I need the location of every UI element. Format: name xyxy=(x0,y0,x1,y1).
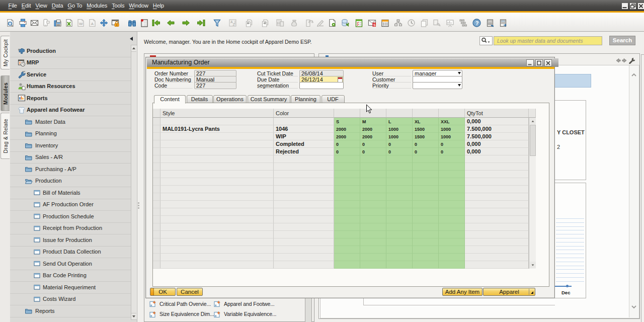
cell-r2-c5[interactable]: 1000 xyxy=(386,125,413,133)
sidebar-item-reports[interactable]: Reports xyxy=(10,92,131,105)
search-type-button[interactable] xyxy=(479,36,493,45)
calculator-icon[interactable] xyxy=(486,19,495,28)
scrollbar-thumb[interactable] xyxy=(131,51,136,313)
next-record-icon[interactable] xyxy=(182,19,191,28)
tab-content[interactable]: Content xyxy=(154,95,186,104)
apparel-button[interactable]: Apparel xyxy=(483,288,535,296)
table-cell[interactable] xyxy=(153,118,160,125)
last-record-icon[interactable] xyxy=(197,19,206,28)
cell-r1-c8[interactable]: 0,000 xyxy=(465,118,529,125)
sidebar-item-reports[interactable]: Reports xyxy=(10,305,131,317)
menu-window[interactable]: Window xyxy=(127,0,151,11)
menu-modules[interactable]: Modules xyxy=(85,0,110,11)
table-cell[interactable] xyxy=(153,133,160,140)
cell-r3-c3[interactable]: 2000 xyxy=(334,133,360,140)
ok-button[interactable]: OK xyxy=(150,288,176,296)
cell-r1-c3[interactable]: S xyxy=(334,118,360,125)
cell-r4-c5[interactable]: 0 xyxy=(386,140,413,148)
filter-icon[interactable] xyxy=(213,19,222,28)
table-cell[interactable] xyxy=(160,118,274,125)
menu-help[interactable]: Help xyxy=(150,0,166,11)
tab-cost-summary[interactable]: Cost Summary xyxy=(248,95,290,103)
sidebar-item-production-schedule[interactable]: Production Schedule xyxy=(10,210,131,223)
calculator-export-icon[interactable] xyxy=(499,19,508,28)
tab-details[interactable]: Details xyxy=(187,95,213,103)
cell-r4-c6[interactable]: 0 xyxy=(413,140,439,148)
table-cell[interactable] xyxy=(160,133,274,140)
cell-r1-c4[interactable]: M xyxy=(360,118,386,125)
sap-mail-icon[interactable]: S xyxy=(368,19,377,28)
scroll-up-button[interactable] xyxy=(131,45,136,51)
cell-r3-c6[interactable]: 1500 xyxy=(413,133,439,140)
dialog-minimize-button[interactable] xyxy=(526,59,534,66)
sidebar-item-sales-a-r[interactable]: Sales - A/R xyxy=(10,151,131,164)
sidebar-item-production[interactable]: Production xyxy=(10,175,131,188)
document-settings-icon[interactable] xyxy=(328,19,337,28)
mobile-icon[interactable] xyxy=(42,19,51,28)
first-record-icon[interactable] xyxy=(152,19,161,28)
nav-back-icon[interactable] xyxy=(614,57,621,66)
payment-icon[interactable] xyxy=(290,19,299,28)
table-cell[interactable] xyxy=(153,125,160,133)
clock-icon[interactable] xyxy=(407,19,416,28)
sidebar-item-receipt-from-production[interactable]: Receipt from Production xyxy=(10,222,131,235)
table-scroll-thumb[interactable] xyxy=(530,125,536,156)
menu-file[interactable]: File xyxy=(6,0,19,11)
sidebar-item-mrp[interactable]: MRP xyxy=(10,57,131,69)
scroll-down-button[interactable] xyxy=(131,313,136,319)
search-input[interactable]: Look up master data and documents xyxy=(494,36,602,45)
field-priority[interactable] xyxy=(413,82,462,89)
cell-r2-c3[interactable]: 2000 xyxy=(334,125,360,133)
cell-r1-c7[interactable]: XXL xyxy=(439,118,465,125)
dialog-title-bar[interactable]: Manufacturing Order xyxy=(147,58,558,67)
cell-r3-c5[interactable]: 1000 xyxy=(386,133,413,140)
cell-r4-c8[interactable]: 0,000 xyxy=(465,140,529,148)
cell-r1-c6[interactable]: XL xyxy=(413,118,439,125)
tab-operations[interactable]: Operations xyxy=(213,95,247,103)
tab-planning[interactable]: Planning xyxy=(291,95,320,103)
sign-document-icon[interactable] xyxy=(316,19,325,28)
scales-icon[interactable] xyxy=(305,19,314,28)
restore-icon[interactable] xyxy=(630,3,636,9)
table-cell[interactable] xyxy=(160,140,274,148)
add-any-item-button[interactable]: Add Any Item xyxy=(442,288,482,296)
shortcut-variable-equivalence-[interactable]: Variable Equivalence... xyxy=(214,311,276,317)
cell-r5-c5[interactable]: 0 xyxy=(386,148,413,155)
sidebar-item-costs-wizard[interactable]: Costs Wizard xyxy=(10,293,131,306)
field-code[interactable]: 227 xyxy=(194,82,236,89)
sidebar-item-af-production-order[interactable]: AF Production Order xyxy=(10,199,131,211)
cell-r5-c3[interactable]: 0 xyxy=(334,148,360,155)
nav-forward-icon[interactable] xyxy=(621,57,628,66)
cockpit-scrollbar[interactable] xyxy=(629,65,639,317)
menu-view[interactable]: View xyxy=(33,0,49,11)
sidebar-item-production[interactable]: Production xyxy=(10,45,131,57)
presentation-icon[interactable] xyxy=(446,19,455,28)
search-button[interactable]: Search xyxy=(609,36,635,45)
table-cell[interactable] xyxy=(153,140,160,148)
cell-r2-c1[interactable]: MAL0191-Lycra Pants xyxy=(160,125,274,133)
sidebar-item-human-resources[interactable]: Human Resources xyxy=(10,80,131,93)
cell-r3-c2[interactable]: WIP xyxy=(274,133,334,140)
lock-screen-icon[interactable] xyxy=(111,19,120,28)
sidebar-item-service[interactable]: Service xyxy=(10,68,131,81)
sidebar-item-master-data[interactable]: Master Data xyxy=(10,116,131,128)
sidebar-item-purchasing-a-p[interactable]: Purchasing - A/P xyxy=(10,163,131,176)
cell-r2-c2[interactable]: 1046 xyxy=(274,125,334,133)
orgchart-icon[interactable] xyxy=(394,19,403,28)
cell-r3-c4[interactable]: 2000 xyxy=(360,133,386,140)
scroll-down-chevron-icon[interactable] xyxy=(631,304,637,309)
hierarchy-icon[interactable] xyxy=(459,19,468,28)
sidebar-scrollbar[interactable] xyxy=(131,45,137,320)
cell-r5-c8[interactable]: 0,000 xyxy=(465,148,529,155)
close-icon[interactable] xyxy=(638,3,644,9)
duplicate-icon[interactable] xyxy=(420,19,429,28)
help-icon[interactable]: ? xyxy=(472,19,481,28)
sidebar-item-send-out-operation[interactable]: Send Out Operation xyxy=(10,258,131,270)
export-excel-icon[interactable] xyxy=(65,19,74,28)
share-icon[interactable] xyxy=(433,19,442,28)
shortcut-critical-path-overvie-[interactable]: Critical Path Overvie... xyxy=(149,300,211,307)
side-tab-drag-relate[interactable]: Drag & Relate xyxy=(1,113,10,159)
email-icon[interactable] xyxy=(30,19,39,28)
cell-r2-c6[interactable]: 1500 xyxy=(413,125,439,133)
sidebar-item-inventory[interactable]: Inventory xyxy=(10,139,131,152)
